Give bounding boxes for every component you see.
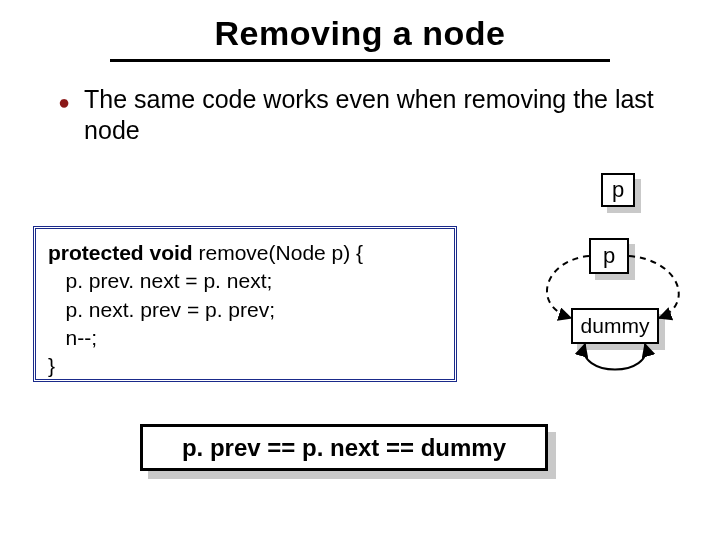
code-line-3: p. next. prev = p. prev; — [48, 298, 275, 321]
code-line-5: } — [48, 354, 55, 377]
p-label-text: p — [612, 177, 624, 203]
equality-box: p. prev == p. next == dummy — [140, 424, 548, 471]
equality-text: p. prev == p. next == dummy — [182, 434, 506, 462]
slide-title: Removing a node — [0, 0, 720, 57]
slide: Removing a node ● The same code works ev… — [0, 0, 720, 540]
node-p: p — [589, 238, 629, 274]
bullet-text: The same code works even when removing t… — [84, 84, 670, 147]
p-label-box: p — [601, 173, 635, 207]
code-box: protected void remove(Node p) { p. prev.… — [33, 226, 457, 382]
code-line-4: n--; — [48, 326, 97, 349]
node-dummy: dummy — [571, 308, 659, 344]
node-dummy-text: dummy — [581, 314, 650, 338]
node-p-text: p — [603, 243, 615, 269]
code-keyword: protected void — [48, 241, 193, 264]
bullet-item: ● The same code works even when removing… — [58, 84, 670, 147]
code-line-2: p. prev. next = p. next; — [48, 269, 272, 292]
code-content: protected void remove(Node p) { p. prev.… — [38, 231, 452, 389]
code-sig-rest: remove(Node p) { — [193, 241, 363, 264]
bullet-dot-icon: ● — [58, 90, 70, 115]
title-underline — [110, 59, 610, 62]
